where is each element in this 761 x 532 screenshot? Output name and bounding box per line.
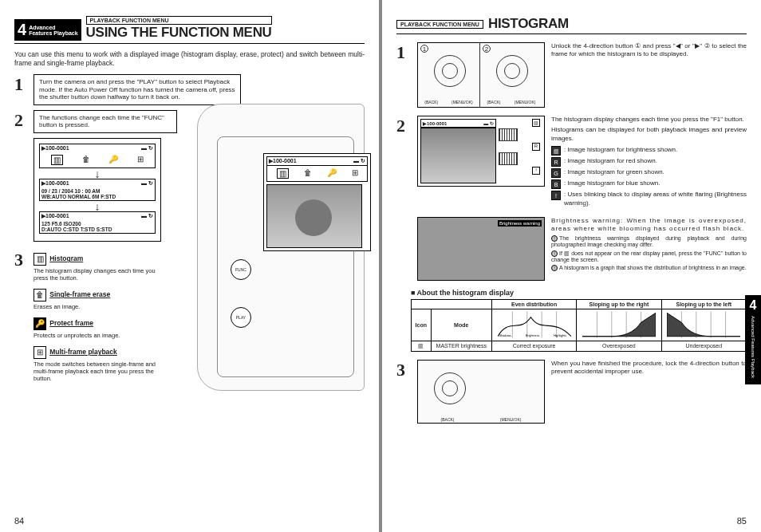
- func-desc: The histogram display changes each time …: [34, 267, 169, 282]
- step-number: 1: [14, 74, 29, 95]
- warning-photo: Brightness warning: [417, 217, 545, 281]
- page-84: 4 Advanced Features Playback PLAYBACK FU…: [0, 0, 379, 532]
- header-row: PLAYBACK FUNCTION MENU HISTOGRAM: [396, 16, 747, 34]
- row-header: Icon: [412, 309, 432, 341]
- about-histogram: About the histogram display Even distrib…: [411, 289, 747, 352]
- step-number: 2: [396, 116, 411, 136]
- step-text: The histogram display changes each time …: [551, 116, 747, 209]
- dpad-select[interactable]: 2(BACK)(MENU/OK): [480, 43, 542, 107]
- page-title: USING THE FUNCTION MENU: [86, 25, 272, 41]
- battery-icon: ▬ ↻: [141, 180, 153, 187]
- svg-text:Shadows: Shadows: [499, 334, 511, 337]
- play-button[interactable]: PLAY: [231, 307, 251, 328]
- note-icon: !: [551, 250, 558, 257]
- step-text: Unlock the 4-direction button ① and pres…: [551, 42, 747, 59]
- menu-tag: PLAYBACK FUNCTION MENU: [396, 20, 483, 29]
- step-number: 3: [396, 360, 411, 380]
- hist-curve-even: Shadows Brightness Highlights: [498, 311, 571, 338]
- verdict: Correct exposure: [491, 341, 576, 351]
- hist-warning-icon: !: [532, 167, 540, 175]
- dpad-lock[interactable]: (BACK)(MENU/OK): [418, 361, 544, 424]
- page-title: HISTOGRAM: [488, 16, 569, 32]
- mode-icon: ▥: [412, 341, 432, 351]
- brightness-warning-label: Brightness warning: [498, 220, 542, 227]
- step-number: 3: [14, 250, 29, 270]
- step-1: 1 Turn the camera on and press the "PLAY…: [14, 74, 365, 105]
- grid-icon: ⊞: [34, 346, 46, 359]
- lcd-sequence: ▶100-0001▬ ↻ ▥🗑🔑⊞ ↓ ▶100-0001▬ ↻ 09 / 23…: [34, 138, 161, 242]
- svg-text:Highlights: Highlights: [553, 334, 566, 337]
- hist-green-icon: G: [551, 168, 561, 178]
- preview-photo: [420, 128, 496, 183]
- step-2: 2 ▶100-0001▬ ↻ ▥ R ! The histogram displ…: [396, 116, 747, 209]
- histogram-table: Even distribution Sloping up to the righ…: [411, 299, 747, 352]
- side-tab: 4 Advanced Features Playback: [745, 295, 761, 384]
- hist-even: Shadows Brightness Highlights: [491, 309, 576, 341]
- battery-icon: ▬ ↻: [141, 213, 153, 219]
- chapter-number: 4: [18, 21, 26, 39]
- func-desc: Erases an image.: [34, 303, 169, 310]
- verdict: Underexposed: [661, 341, 746, 351]
- lcd-screen-1: ▶100-0001▬ ↻ ▥🗑🔑⊞: [39, 144, 156, 168]
- histogram-icon: ▥: [34, 253, 46, 266]
- hist-red-icon: R: [532, 143, 540, 151]
- step-1: 1 1(BACK)(MENU/OK) 2(BACK)(MENU/OK) Unlo…: [396, 42, 747, 108]
- func-button[interactable]: FUNC: [231, 259, 251, 280]
- svg-text:Brightness: Brightness: [526, 334, 540, 337]
- arrow-down-icon: ↓: [39, 171, 156, 179]
- func-title: Histogram: [49, 254, 83, 262]
- hist-curve-right: [582, 311, 656, 338]
- func-multiframe: ⊞ Multi-frame playback The mode switches…: [34, 346, 169, 382]
- func-erase: 🗑 Single-frame erase Erases an image.: [34, 289, 169, 310]
- arrow-down-icon: ↓: [39, 203, 156, 211]
- menu-tag: PLAYBACK FUNCTION MENU: [86, 16, 272, 25]
- func-protect: 🔑 Protect frame Protects or unprotects a…: [34, 317, 169, 339]
- step-3: 3 (BACK)(MENU/OK) When you have finished…: [396, 360, 747, 424]
- header-row: 4 Advanced Features Playback PLAYBACK FU…: [14, 16, 365, 44]
- function-list: ▥ Histogram The histogram display change…: [34, 253, 169, 389]
- side-tab-text: Advanced Features Playback: [751, 316, 755, 378]
- row-header: Mode: [431, 309, 491, 341]
- notes: !The brightness warnings displayed durin…: [551, 235, 747, 272]
- dpad-diagram: 1(BACK)(MENU/OK) 2(BACK)(MENU/OK): [417, 42, 545, 108]
- dpad-unlock[interactable]: 1(BACK)(MENU/OK): [418, 43, 480, 107]
- func-title: Single-frame erase: [49, 290, 110, 298]
- step-text: When you have finished the procedure, lo…: [551, 360, 747, 376]
- hist-bright-icon: ▥: [551, 146, 561, 156]
- lcd-icon-row: ▥🗑🔑⊞: [40, 152, 155, 167]
- battery-icon: ▬ ↻: [353, 158, 365, 164]
- preview-photo: [266, 184, 362, 248]
- hist-graph: [499, 128, 518, 141]
- histogram-icon: ▥: [532, 119, 540, 127]
- chapter-text: Advanced Features Playback: [29, 25, 77, 36]
- func-desc: The mode switches between single-frame a…: [34, 361, 169, 382]
- hist-red-icon: R: [551, 157, 561, 167]
- lcd-screen-3: ▶100-0001▬ ↻ 125 F5.6 ISO200D:AUTO C:STD…: [39, 211, 156, 234]
- hist-graph: [499, 152, 518, 165]
- func-desc: Protects or unprotects an image.: [34, 332, 169, 339]
- step-number: 2: [14, 110, 29, 131]
- hist-curve-left: [667, 311, 740, 338]
- hist-right: [577, 309, 661, 341]
- lcd-icon-row: ▥🗑🔑⊞: [266, 166, 368, 182]
- step-box: The functions change each time the "FUNC…: [34, 110, 177, 133]
- note-icon: !: [551, 235, 558, 242]
- func-title: Multi-frame playback: [49, 348, 117, 356]
- hist-blue-icon: B: [551, 179, 561, 189]
- key-icon: 🔑: [34, 317, 46, 330]
- side-tab-number: 4: [745, 298, 761, 313]
- histogram-lcd: ▶100-0001▬ ↻ ▥ R !: [417, 116, 545, 187]
- camera-back-lcd: ▶100-0001▬ ↻ ▥🗑🔑⊞: [263, 153, 371, 251]
- about-title: About the histogram display: [411, 289, 747, 297]
- note-icon: !: [551, 265, 558, 271]
- battery-icon: ▬ ↻: [141, 145, 153, 152]
- step-number: 1: [396, 42, 411, 63]
- intro-text: You can use this menu to work with a dis…: [14, 50, 365, 68]
- dpad-lock-diagram: (BACK)(MENU/OK): [417, 360, 545, 424]
- mode-label: MASTER brightness: [431, 341, 491, 351]
- verdict: Overexposed: [577, 341, 661, 351]
- chapter-badge: 4 Advanced Features Playback: [14, 19, 81, 41]
- histogram-column: ▥ R !: [499, 119, 540, 175]
- col-header: Sloping up to the left: [661, 299, 746, 309]
- page-number: 85: [737, 516, 747, 526]
